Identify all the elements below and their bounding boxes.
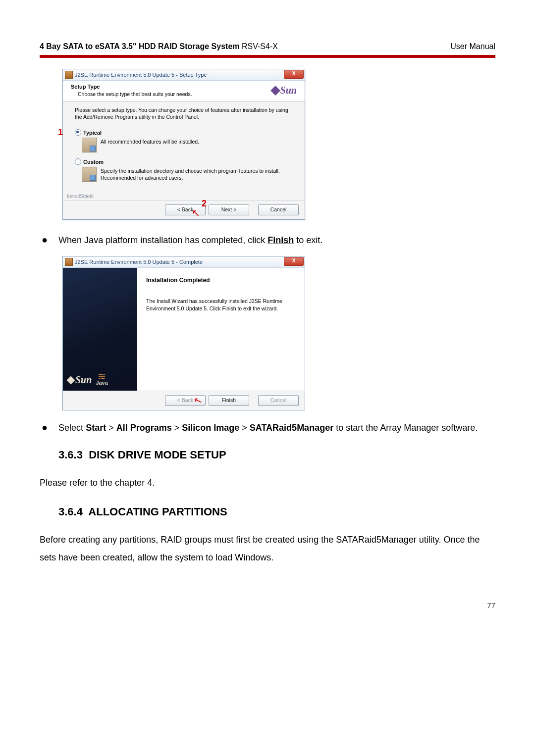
page-number: 77 — [40, 601, 495, 609]
cancel-button[interactable]: Cancel — [258, 204, 299, 215]
close-button[interactable]: X — [284, 257, 304, 266]
installer-icon — [65, 258, 73, 266]
java-logo: ≋ Java — [96, 373, 107, 386]
sun-diamond-icon — [270, 86, 280, 96]
bullet-icon: ● — [42, 234, 48, 247]
back-button: < Back — [165, 395, 206, 406]
java-cup-icon: ≋ — [96, 373, 107, 380]
typical-description: All recommended features will be install… — [101, 138, 199, 146]
annotation-marker-1: 1 — [58, 127, 63, 138]
section-363-para: Please refer to the chapter 4. — [40, 474, 495, 492]
back-button[interactable]: < Back — [165, 204, 206, 215]
section-364-heading: 3.6.4 ALLOCATING PARTITIONS — [58, 505, 495, 518]
dialog-title: J2SE Runtime Environment 5.0 Update 5 - … — [75, 72, 207, 78]
section-364-para: Before creating any partitions, RAID gro… — [40, 531, 495, 566]
complete-dialog: J2SE Runtime Environment 5.0 Update 5 - … — [62, 256, 305, 410]
header-divider — [40, 55, 495, 58]
dialog-footer: < Back Next > Cancel ↖ 2 — [63, 200, 305, 219]
dialog-side-graphic: Sun ≋ Java — [63, 268, 137, 391]
next-button[interactable]: Next > — [209, 204, 249, 215]
bullet-start-path: ● Select Start > All Programs > Silicon … — [42, 421, 495, 435]
bullet-finish: ● When Java platform installation has co… — [42, 234, 495, 247]
cancel-button: Cancel — [258, 395, 299, 406]
installation-completed-text: The Install Wizard has successfully inst… — [146, 298, 296, 311]
sun-logo: Sun — [68, 374, 92, 386]
dialog-title: J2SE Runtime Environment 5.0 Update 5 - … — [75, 259, 203, 265]
annotation-marker-2: 2 — [202, 199, 207, 209]
radio-typical-label: Typical — [83, 130, 102, 136]
sun-diamond-icon — [67, 376, 75, 384]
installer-icon — [65, 71, 73, 79]
package-icon — [82, 167, 97, 182]
setup-type-heading: Setup Type — [71, 84, 100, 90]
section-363-heading: 3.6.3 DISK DRIVE MODE SETUP — [58, 449, 495, 461]
installshield-label: InstallShield — [63, 194, 305, 200]
titlebar: J2SE Runtime Environment 5.0 Update 5 - … — [63, 256, 305, 268]
finish-keyword: Finish — [268, 235, 294, 245]
finish-button[interactable]: Finish — [209, 395, 249, 406]
bullet-icon: ● — [42, 421, 48, 435]
radio-typical[interactable] — [75, 129, 81, 136]
package-icon — [82, 138, 97, 152]
setup-type-subheading: Choose the setup type that best suits yo… — [78, 91, 192, 97]
custom-description: Specify the installation directory and c… — [101, 167, 293, 181]
installation-completed-heading: Installation Completed — [146, 277, 296, 284]
close-button[interactable]: X — [284, 70, 304, 79]
setup-instruction: Please select a setup type. You can chan… — [75, 106, 293, 120]
header-model: RSV-S4-X — [240, 42, 278, 50]
sun-logo: Sun — [272, 85, 297, 96]
header-doc-type: User Manual — [450, 42, 495, 51]
radio-custom[interactable] — [75, 158, 81, 165]
page-header: 4 Bay SATA to eSATA 3.5" HDD RAID Storag… — [40, 42, 495, 51]
setup-type-dialog: J2SE Runtime Environment 5.0 Update 5 - … — [62, 69, 305, 220]
header-product: 4 Bay SATA to eSATA 3.5" HDD RAID Storag… — [40, 42, 240, 50]
header-title: 4 Bay SATA to eSATA 3.5" HDD RAID Storag… — [40, 42, 278, 51]
radio-custom-label: Custom — [83, 159, 104, 165]
titlebar: J2SE Runtime Environment 5.0 Update 5 - … — [63, 69, 305, 81]
dialog-header: Setup Type Choose the setup type that be… — [63, 81, 305, 101]
